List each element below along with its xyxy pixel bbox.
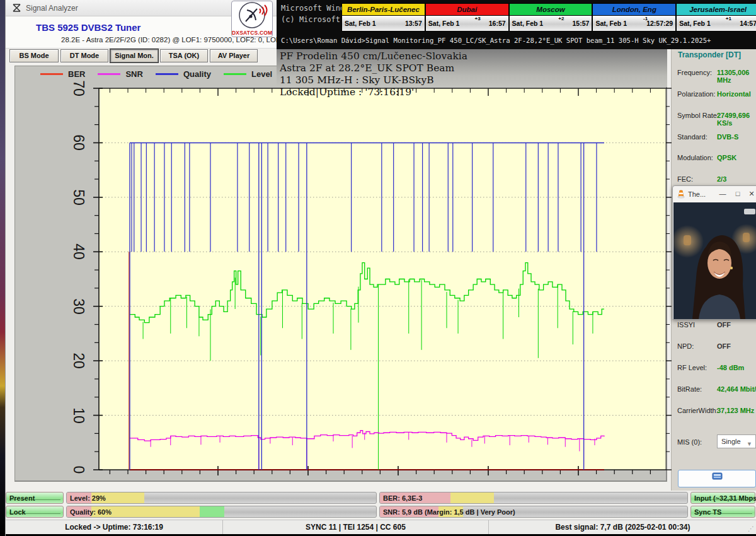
- vlc-titlebar[interactable]: The... — □ ✕: [673, 186, 756, 202]
- signal-analyzer-window: Signal Analyzer TBS 5925 DVBS2 Tuner 28.…: [5, 0, 756, 536]
- clock-berlin: Berlin-Paris-Lučenec Sat, Feb 113:57: [342, 4, 426, 31]
- ber-meter: BER: 6,3E-3: [379, 492, 688, 504]
- statusbar-uptime: Locked -> Uptime: 73:16:19: [6, 520, 223, 534]
- tab-bs-mode[interactable]: BS Mode: [9, 49, 59, 62]
- clock-dubai: Dubai Sat, Feb 1+316:57: [426, 4, 510, 31]
- ber-line-swatch: [40, 73, 63, 75]
- tab-av-player[interactable]: AV Player: [210, 49, 258, 62]
- statusbar-sync: SYNC 11 | TEI 1254 | CC 605: [223, 520, 489, 534]
- device-title: TBS 5925 DVBS2 Tuner: [36, 22, 140, 33]
- vlc-player-window[interactable]: The... — □ ✕: [672, 185, 756, 320]
- legend-item-level: Level: [224, 69, 272, 79]
- satellite-dish-icon: [232, 1, 272, 29]
- dxsatcs-logo: DXSATCS.COM: [231, 1, 273, 37]
- statusbar-best-signal: Best signal: 7,7 dB (2025-02-01 00:34): [489, 520, 756, 534]
- y-axis-tick-label: 10: [69, 406, 88, 425]
- lock-badge: Lock: [6, 506, 64, 518]
- transponder-row: NPD:OFF: [672, 341, 756, 353]
- y-axis-tick-label: 50: [69, 188, 88, 207]
- chart-annotation: PF Prodelin 450 cm/Lučenec-SlovakiaAstra…: [280, 50, 467, 98]
- tab-tsa[interactable]: TSA (OK): [160, 49, 208, 62]
- legend-item-quality: Quality: [156, 69, 211, 79]
- mis-row: MIS (0): Single▼: [672, 436, 756, 449]
- signal-chart: [90, 79, 675, 479]
- snr-line-swatch: [98, 73, 120, 75]
- y-axis-tick-label: 30: [69, 297, 88, 316]
- vlc-cone-icon: [677, 190, 685, 199]
- clock-london: London, Eng Sat, Feb 1-112:57:29: [593, 4, 677, 31]
- quality-meter: Quality: 60%: [66, 506, 377, 518]
- transponder-row: Standard:DVB-S: [672, 131, 756, 144]
- sync-ts-badge: Sync TS: [690, 506, 755, 518]
- y-axis-tick-label: 20: [69, 351, 88, 370]
- meter-zone: [200, 506, 224, 517]
- mis-dropdown[interactable]: Single▼: [717, 434, 756, 448]
- legend-item-snr: SNR: [98, 69, 142, 79]
- legend-item-ber: BER: [40, 69, 85, 79]
- terminal-line: Microsoft Wind: [281, 4, 345, 13]
- y-axis-tick-label: 40: [69, 242, 88, 261]
- transponder-row: BitRate:42,464 Mbit/s: [672, 383, 756, 396]
- y-axis-tick-label: 70: [69, 79, 88, 98]
- level-meter: Level: 29%: [66, 492, 377, 504]
- close-icon[interactable]: ✕: [747, 190, 756, 198]
- snr-meter: SNR: 5,9 dB (Margin: 1,5 dB | Very Poor): [379, 506, 688, 518]
- transponder-row: Modulation:QPSK: [672, 152, 756, 165]
- screen: Signal Analyzer TBS 5925 DVBS2 Tuner 28.…: [0, 0, 756, 536]
- terminal-prompt: C:\Users\Roman Dávid>Signal Monitoring_P…: [281, 37, 711, 44]
- quality-line-swatch: [156, 73, 178, 75]
- transponder-row: FEC:2/3: [672, 173, 756, 186]
- meter-zone: [450, 492, 493, 503]
- chart-legend: BER SNR Quality Level: [40, 69, 272, 79]
- clock-moscow: Moscow Sat, Feb 1+215:57: [510, 4, 593, 31]
- input-badge: Input (~32,31 Mbps): [690, 492, 755, 504]
- minimize-icon[interactable]: —: [718, 190, 727, 197]
- antenna-icon: [12, 3, 22, 13]
- video-still-portrait: [673, 202, 756, 319]
- tab-dt-mode[interactable]: DT Mode: [60, 49, 108, 62]
- desktop-edge: [0, 0, 5, 536]
- vlc-video-frame[interactable]: [673, 202, 756, 319]
- transponder-row: CarrierWidth:37,123 MHz: [672, 405, 756, 417]
- statusbar: Locked -> Uptime: 73:16:19 SYNC 11 | TEI…: [6, 520, 756, 534]
- level-line-swatch: [224, 73, 246, 75]
- channel-logo: [744, 209, 755, 214]
- y-axis-tick-label: 0: [69, 460, 88, 479]
- transponder-row: RF Level:-48 dBm: [672, 362, 756, 375]
- maximize-icon[interactable]: □: [733, 190, 742, 197]
- transponder-row: ISSYIOFF: [672, 319, 756, 332]
- transponder-row: Polarization:Horizontal: [672, 88, 756, 101]
- tab-signal-mon[interactable]: Signal Mon.: [110, 49, 158, 62]
- logo-text: DXSATCS.COM: [232, 30, 272, 36]
- clock-jerusalem: Jerusalem-Israel Sat, Feb 1+114:57: [677, 4, 756, 31]
- transponder-row: Frequency:11305,006 MHz: [672, 67, 756, 79]
- transponder-row: Symbol Rate:27499,696 KS/s: [672, 110, 756, 122]
- present-badge: Present: [6, 492, 64, 504]
- chevron-down-icon: ▼: [747, 438, 752, 450]
- terminal-line: (c) Microsoft: [281, 15, 340, 24]
- y-axis-tick-label: 60: [69, 133, 88, 152]
- world-clock-panel: Berlin-Paris-Lučenec Sat, Feb 113:57 Dub…: [341, 3, 756, 32]
- window-title: Signal Analyzer: [26, 4, 78, 13]
- monitor-icon: [712, 472, 723, 482]
- transponder-title: Transponder [DT]: [678, 50, 741, 59]
- resize-grip[interactable]: ⋰: [748, 525, 755, 533]
- vlc-title: The...: [688, 190, 706, 198]
- panel-action-button[interactable]: [678, 470, 756, 487]
